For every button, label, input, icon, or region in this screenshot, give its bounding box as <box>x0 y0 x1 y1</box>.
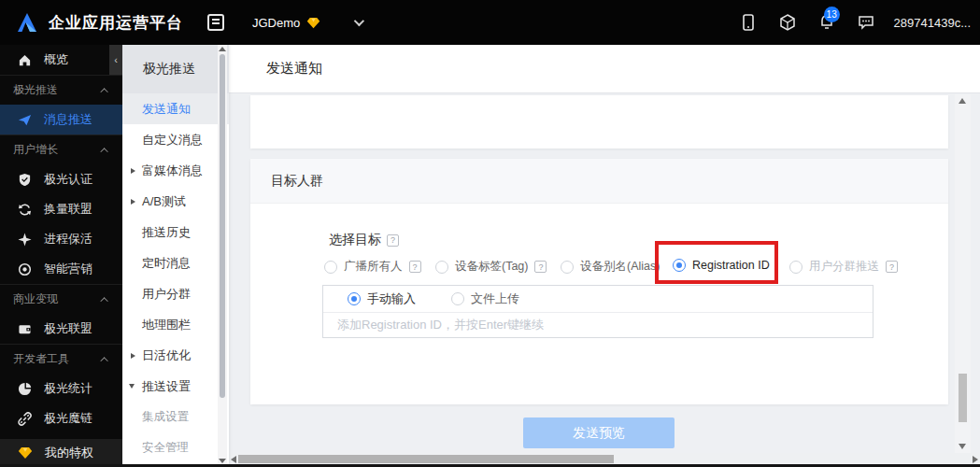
sidebar-item-exchange-alliance[interactable]: 换量联盟 <box>0 194 122 224</box>
submenu-item-user-segment[interactable]: 用户分群 <box>122 278 229 309</box>
sidebar-item-smart-marketing[interactable]: 智能营销 <box>0 254 122 284</box>
notification-badge: 13 <box>824 7 840 22</box>
wallet-icon <box>18 322 32 336</box>
notification-bell-icon[interactable]: 13 <box>817 13 836 32</box>
target-option-device-alias[interactable]: 设备别名(Alias) <box>561 259 660 275</box>
gem-icon <box>18 446 33 460</box>
topbar: 企业应用运营平台 JGDemo 13 289741439c... <box>0 0 980 45</box>
chevron-up-icon <box>100 148 107 155</box>
submenu-item-security-management[interactable]: 安全管理 <box>122 432 229 463</box>
scroll-right-icon[interactable] <box>973 456 978 463</box>
pie-chart-icon <box>18 382 32 396</box>
submenu-item-rich-media[interactable]: 富媒体消息 <box>122 155 229 186</box>
radio-unselected[interactable] <box>435 261 448 274</box>
scroll-left-icon[interactable] <box>231 456 236 463</box>
exchange-arrows-icon <box>18 203 32 217</box>
submenu-header: 极光推送 <box>122 45 229 93</box>
input-mode-row: 手动输入 文件上传 <box>323 286 873 313</box>
message-bubble-icon[interactable] <box>857 13 875 32</box>
console-icon[interactable] <box>207 14 224 31</box>
page-title: 发送通知 <box>266 60 322 78</box>
chevron-up-icon <box>100 297 107 304</box>
help-icon[interactable]: ? <box>387 234 399 247</box>
registration-id-input[interactable]: 添加Registration ID，并按Enter键继续 <box>323 313 873 337</box>
home-icon <box>18 53 32 67</box>
vip-gem-icon <box>306 17 320 29</box>
chevron-down-icon[interactable] <box>354 16 364 26</box>
select-target-label: 选择目标 ? <box>329 232 399 248</box>
send-preview-button[interactable]: 发送预览 <box>523 417 675 448</box>
sidebar-collapse-button[interactable]: ‹ <box>109 45 122 75</box>
submenu-item-geofence[interactable]: 地理围栏 <box>122 309 229 340</box>
mode-option-manual-input[interactable]: 手动输入 <box>348 290 416 307</box>
card-title: 目标人群 <box>250 159 948 204</box>
submenu-scrollbar[interactable] <box>218 45 227 467</box>
account-id[interactable]: 289741439c... <box>894 16 971 30</box>
registration-id-input-group: 手动输入 文件上传 添加Registration ID，并按Enter键继续 <box>322 285 873 338</box>
submenu-item-push-history[interactable]: 推送历史 <box>122 217 229 248</box>
shield-icon <box>18 173 32 187</box>
primary-sidebar: 概览 ‹ 极光推送 消息推送 用户增长 极光认证 换量联盟 进程保活 智能营销 … <box>0 45 122 467</box>
expand-right-icon <box>131 168 135 174</box>
chevron-up-icon <box>100 88 107 95</box>
submenu-item-dau-optimization[interactable]: 日活优化 <box>122 340 229 371</box>
submenu-item-send-notification[interactable]: 发送通知 <box>122 93 229 124</box>
secondary-sidebar: 极光推送 发送通知 自定义消息 富媒体消息 A/B测试 推送历史 定时消息 用户… <box>122 45 229 467</box>
app-switcher[interactable]: JGDemo <box>252 16 320 30</box>
expand-right-icon <box>131 199 135 205</box>
vertical-scroll-thumb[interactable] <box>959 374 967 422</box>
target-audience-card: 目标人群 选择目标 ? 广播所有人 ? 设备标签(Tag) ? 设备别名(Ali… <box>250 159 948 404</box>
radio-selected[interactable] <box>348 292 361 305</box>
sidebar-item-message-push[interactable]: 消息推送 <box>0 105 122 134</box>
paper-plane-icon <box>18 113 32 127</box>
scroll-down-icon[interactable] <box>959 444 966 449</box>
submenu-scroll-thumb[interactable] <box>220 54 225 398</box>
scroll-down-icon[interactable] <box>219 459 226 463</box>
radio-selected[interactable] <box>673 259 686 272</box>
aurora-logo-icon <box>15 10 39 35</box>
submenu-item-ab-test[interactable]: A/B测试 <box>122 186 229 217</box>
device-icon[interactable] <box>739 13 758 32</box>
submenu-item-integration-settings[interactable]: 集成设置 <box>122 402 229 432</box>
target-option-broadcast[interactable]: 广播所有人 ? <box>324 259 421 275</box>
sidebar-item-jalliance[interactable]: 极光联盟 <box>0 314 122 344</box>
sidebar-item-my-privileges[interactable]: 我的特权 <box>0 439 122 467</box>
link-icon <box>18 412 32 426</box>
sidebar-section-dev-tools[interactable]: 开发者工具 <box>0 344 122 374</box>
expand-right-icon <box>131 353 135 359</box>
submenu-item-custom-message[interactable]: 自定义消息 <box>122 124 229 155</box>
radio-unselected[interactable] <box>561 261 574 274</box>
sidebar-item-process-keepalive[interactable]: 进程保活 <box>0 224 122 254</box>
radio-unselected[interactable] <box>324 261 337 274</box>
previous-card-partial <box>250 95 948 149</box>
sidebar-item-overview[interactable]: 概览 <box>0 45 122 75</box>
target-option-device-tag[interactable]: 设备标签(Tag) ? <box>435 259 547 275</box>
help-icon[interactable]: ? <box>886 261 898 273</box>
sidebar-item-jverification[interactable]: 极光认证 <box>0 164 122 194</box>
target-option-registration-id[interactable]: Registration ID <box>673 259 770 272</box>
sidebar-section-user-growth[interactable]: 用户增长 <box>0 134 122 164</box>
mode-option-file-upload[interactable]: 文件上传 <box>451 290 519 307</box>
expand-down-icon <box>129 384 135 389</box>
chevron-up-icon <box>100 357 107 364</box>
product-box-icon[interactable] <box>778 13 797 32</box>
sidebar-section-jpush[interactable]: 极光推送 <box>0 75 122 105</box>
submenu-item-scheduled-message[interactable]: 定时消息 <box>122 248 229 278</box>
app-name: JGDemo <box>252 16 300 30</box>
help-icon[interactable]: ? <box>534 261 547 273</box>
sidebar-section-monetization[interactable]: 商业变现 <box>0 284 122 314</box>
submenu-item-push-settings[interactable]: 推送设置 <box>122 371 229 402</box>
sidebar-item-jmlink[interactable]: 极光魔链 <box>0 403 122 433</box>
vertical-scrollbar[interactable] <box>955 94 971 453</box>
sidebar-item-janalytics[interactable]: 极光统计 <box>0 374 122 403</box>
spark-icon <box>18 233 32 247</box>
main-area: 发送通知 目标人群 选择目标 ? 广播所有人 ? 设备标签(Tag) ? 设备别… <box>229 45 980 467</box>
radio-unselected[interactable] <box>451 292 464 305</box>
target-option-user-segment-push[interactable]: 用户分群推送 ? <box>789 259 898 275</box>
radio-unselected[interactable] <box>789 261 802 274</box>
scroll-up-icon[interactable] <box>959 98 966 104</box>
horizontal-scroll-thumb[interactable] <box>238 455 614 463</box>
help-icon[interactable]: ? <box>409 261 421 273</box>
page-header: 发送通知 <box>229 45 980 93</box>
scroll-up-icon[interactable] <box>219 47 226 51</box>
